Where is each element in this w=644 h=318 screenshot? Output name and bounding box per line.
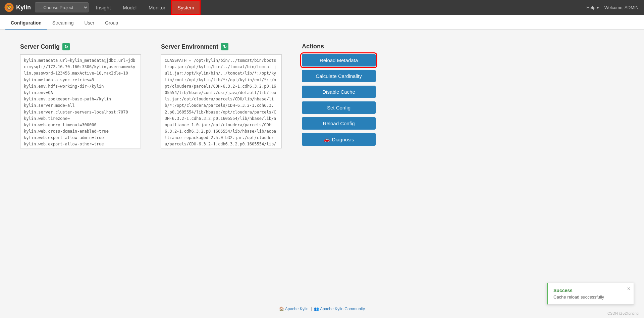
- server-config-panel: Server Config ↻ kylin.metadata.url=kylin…: [20, 43, 141, 148]
- diagnosis-label: Diagnosis: [332, 137, 354, 142]
- project-selector[interactable]: -- Choose Project --: [35, 2, 89, 12]
- nav-model[interactable]: Model: [117, 0, 143, 15]
- welcome-label: Welcome, ADMIN: [604, 5, 639, 10]
- nav-right: Help ▾ Welcome, ADMIN: [586, 5, 644, 10]
- tab-group[interactable]: Group: [100, 17, 123, 30]
- server-env-panel: Server Environment ↻ CLASSPATH = /opt/ky…: [161, 43, 282, 148]
- server-config-title-text: Server Config: [20, 43, 60, 50]
- kylin-logo-icon: 🦁: [4, 2, 14, 12]
- help-label: Help: [586, 5, 595, 10]
- diagnosis-icon: 🚗: [324, 136, 330, 142]
- nav-system[interactable]: System: [171, 0, 200, 15]
- server-config-refresh-icon[interactable]: ↻: [62, 43, 70, 50]
- server-config-title: Server Config ↻: [20, 43, 141, 50]
- server-env-content[interactable]: CLASSPATH = /opt/kylin/bin/../tomcat/bin…: [161, 54, 282, 148]
- diagnosis-button[interactable]: 🚗 Diagnosis: [302, 133, 376, 146]
- reload-config-button[interactable]: Reload Config: [302, 117, 376, 130]
- server-env-title: Server Environment ↻: [161, 43, 282, 50]
- nav-links: Insight Model Monitor System: [90, 0, 200, 15]
- brand-name: Kylin: [16, 4, 31, 11]
- server-env-refresh-icon[interactable]: ↻: [221, 43, 228, 50]
- actions-title: Actions: [302, 43, 376, 50]
- main-content: Server Config ↻ kylin.metadata.url=kylin…: [0, 30, 644, 163]
- tab-configuration[interactable]: Configuration: [5, 17, 47, 30]
- set-config-button[interactable]: Set Config: [302, 101, 376, 114]
- calculate-cardinality-button[interactable]: Calculate Cardinality: [302, 70, 376, 82]
- svg-text:🦁: 🦁: [6, 4, 12, 10]
- reload-metadata-button[interactable]: Reload Metadata: [302, 54, 376, 66]
- actions-panel: Actions Reload Metadata Calculate Cardin…: [302, 43, 376, 149]
- brand-logo: 🦁 Kylin: [0, 2, 35, 12]
- server-config-content[interactable]: kylin.metadata.url=kylin_metadata@jdbc,u…: [20, 54, 141, 148]
- server-env-title-text: Server Environment: [161, 43, 218, 50]
- tab-user[interactable]: User: [79, 17, 100, 30]
- nav-insight[interactable]: Insight: [90, 0, 117, 15]
- disable-cache-button[interactable]: Disable Cache: [302, 86, 376, 98]
- sub-navigation: Configuration Streaming User Group: [0, 15, 644, 30]
- nav-monitor[interactable]: Monitor: [143, 0, 171, 15]
- help-link[interactable]: Help ▾: [586, 5, 599, 10]
- top-navigation: 🦁 Kylin -- Choose Project -- Insight Mod…: [0, 0, 644, 15]
- tab-streaming[interactable]: Streaming: [47, 17, 79, 30]
